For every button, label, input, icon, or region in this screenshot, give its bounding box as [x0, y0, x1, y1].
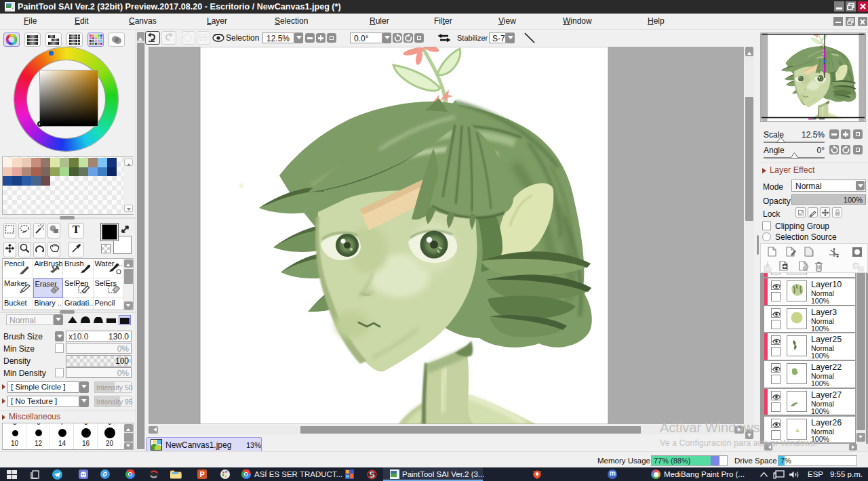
svg-text:T: T [73, 224, 80, 235]
